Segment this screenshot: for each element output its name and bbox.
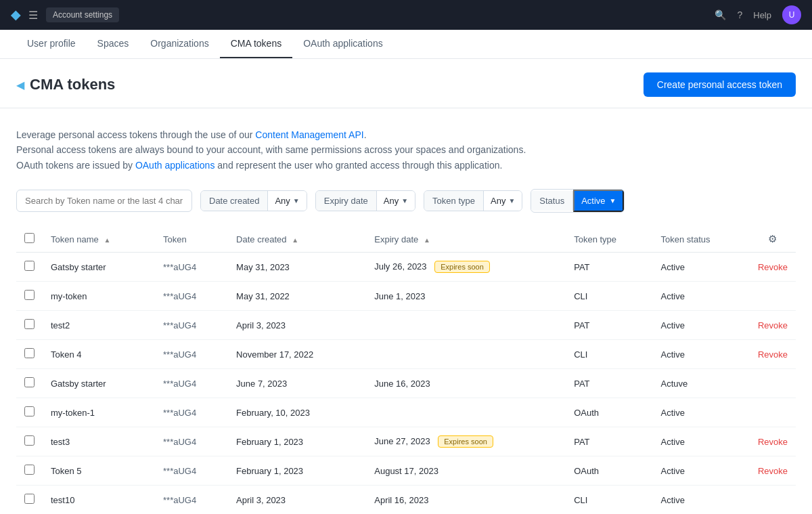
- col-expiry-date[interactable]: Expiry date ▲: [366, 226, 566, 253]
- subnav-oauth[interactable]: OAuth applications: [292, 30, 394, 58]
- row-checkbox-5[interactable]: [24, 406, 35, 416]
- table-header-row: Token name ▲ Token Date created ▲ Expiry…: [16, 226, 796, 253]
- subnav-organizations[interactable]: Organizations: [139, 30, 219, 58]
- expires-soon-badge: Expires soon: [438, 435, 493, 448]
- row-checkbox-cell: [16, 311, 43, 340]
- row-token-status: Actuve: [653, 369, 750, 398]
- help-icon[interactable]: ?: [737, 9, 742, 20]
- col-token-name[interactable]: Token name ▲: [43, 226, 155, 253]
- table-row: Token 5 ***aUG4 February 1, 2023 August …: [16, 456, 796, 486]
- select-all-checkbox[interactable]: [24, 233, 35, 243]
- row-action: Revoke: [750, 253, 796, 282]
- row-date-created: November 17, 2022: [228, 340, 366, 369]
- row-token-name: Gatsby starter: [43, 369, 155, 398]
- row-checkbox-0[interactable]: [24, 261, 35, 271]
- contentful-logo[interactable]: ◆: [11, 7, 20, 22]
- row-checkbox-7[interactable]: [24, 465, 35, 475]
- table-row: Token 4 ***aUG4 November 17, 2022 CLI Ac…: [16, 340, 796, 369]
- row-expiry-date: July 26, 2023 Expires soon: [366, 253, 566, 282]
- create-token-button[interactable]: Create personal access token: [644, 72, 796, 97]
- row-token-name: test10: [43, 486, 155, 514]
- revoke-button-7[interactable]: Revoke: [758, 466, 788, 476]
- row-token-status: Active: [653, 340, 750, 369]
- sort-icon-date: ▲: [292, 236, 298, 244]
- row-token-status: Active: [653, 486, 750, 514]
- sort-icon-expiry: ▲: [424, 236, 430, 244]
- revoke-button-3[interactable]: Revoke: [758, 349, 788, 360]
- search-input[interactable]: [16, 190, 192, 212]
- row-token-status: Active: [653, 282, 750, 311]
- token-type-select[interactable]: Any ▼: [484, 191, 522, 211]
- row-action: [750, 398, 796, 427]
- expiry-date-select[interactable]: Any ▼: [377, 191, 415, 211]
- menu-icon[interactable]: ☰: [28, 9, 38, 22]
- status-filter: Status Active ▼: [531, 189, 625, 213]
- row-checkbox-8[interactable]: [24, 494, 35, 504]
- page-title: CMA tokens: [30, 76, 115, 93]
- status-arrow: ▼: [610, 197, 616, 205]
- subnav-cma-tokens[interactable]: CMA tokens: [220, 30, 292, 58]
- row-expiry-date: June 16, 2023: [366, 369, 566, 398]
- select-all-header: [16, 226, 43, 253]
- content-management-api-link[interactable]: Content Management API: [255, 129, 363, 140]
- token-type-filter: Token type Any ▼: [424, 190, 522, 211]
- row-token-mask: ***aUG4: [155, 427, 228, 456]
- subnav-user-profile[interactable]: User profile: [16, 30, 87, 58]
- row-token-type: CLI: [566, 486, 652, 514]
- row-action: Revoke: [750, 456, 796, 486]
- col-settings[interactable]: ⚙: [750, 226, 796, 253]
- settings-gear-icon[interactable]: ⚙: [768, 233, 777, 244]
- row-checkbox-6[interactable]: [24, 435, 35, 446]
- row-checkbox-cell: [16, 253, 43, 282]
- row-checkbox-4[interactable]: [24, 377, 35, 387]
- row-token-name: my-token-1: [43, 398, 155, 427]
- description: Leverage personal access tokens through …: [16, 127, 796, 173]
- row-token-name: Token 5: [43, 456, 155, 486]
- row-action: [750, 282, 796, 311]
- row-token-name: test3: [43, 427, 155, 456]
- row-token-name: Token 4: [43, 340, 155, 369]
- row-checkbox-1[interactable]: [24, 290, 35, 300]
- col-date-created[interactable]: Date created ▲: [228, 226, 366, 253]
- revoke-button-2[interactable]: Revoke: [758, 320, 788, 330]
- help-label[interactable]: Help: [753, 10, 771, 20]
- row-checkbox-cell: [16, 398, 43, 427]
- date-created-filter: Date created Any ▼: [200, 190, 307, 211]
- row-action: Revoke: [750, 427, 796, 456]
- row-checkbox-3[interactable]: [24, 348, 35, 358]
- token-type-label: Token type: [424, 191, 484, 211]
- table-body: Gatsby starter ***aUG4 May 31, 2023 July…: [16, 253, 796, 514]
- row-date-created: April 3, 2023: [228, 311, 366, 340]
- collapse-toggle[interactable]: ◀: [16, 79, 24, 91]
- page-header: ◀ CMA tokens Create personal access toke…: [0, 59, 812, 108]
- row-action: [750, 369, 796, 398]
- row-token-mask: ***aUG4: [155, 253, 228, 282]
- revoke-button-0[interactable]: Revoke: [758, 262, 788, 272]
- oauth-applications-link[interactable]: OAuth applications: [135, 160, 215, 171]
- row-action: Revoke: [750, 340, 796, 369]
- table-row: my-token ***aUG4 May 31, 2022 June 1, 20…: [16, 282, 796, 311]
- row-checkbox-cell: [16, 369, 43, 398]
- row-checkbox-2[interactable]: [24, 319, 35, 329]
- row-token-status: Active: [653, 253, 750, 282]
- subnav-spaces[interactable]: Spaces: [87, 30, 140, 58]
- date-created-select[interactable]: Any ▼: [268, 191, 306, 211]
- row-expiry-date: June 1, 2023: [366, 282, 566, 311]
- row-expiry-date: June 27, 2023 Expires soon: [366, 427, 566, 456]
- search-icon[interactable]: 🔍: [715, 9, 726, 20]
- row-checkbox-cell: [16, 340, 43, 369]
- account-label[interactable]: Account settings: [46, 7, 119, 22]
- desc-text-5: and represent the user who granted acces…: [217, 160, 502, 171]
- row-token-type: PAT: [566, 369, 652, 398]
- status-select[interactable]: Active ▼: [573, 190, 624, 212]
- row-token-type: PAT: [566, 253, 652, 282]
- table-row: my-token-1 ***aUG4 February, 10, 2023 OA…: [16, 398, 796, 427]
- content-area: Leverage personal access tokens through …: [0, 108, 812, 514]
- row-token-mask: ***aUG4: [155, 486, 228, 514]
- row-date-created: May 31, 2023: [228, 253, 366, 282]
- revoke-button-6[interactable]: Revoke: [758, 437, 788, 447]
- avatar[interactable]: U: [782, 5, 801, 24]
- row-action: Revoke: [750, 311, 796, 340]
- row-date-created: February 1, 2023: [228, 427, 366, 456]
- row-action: [750, 486, 796, 514]
